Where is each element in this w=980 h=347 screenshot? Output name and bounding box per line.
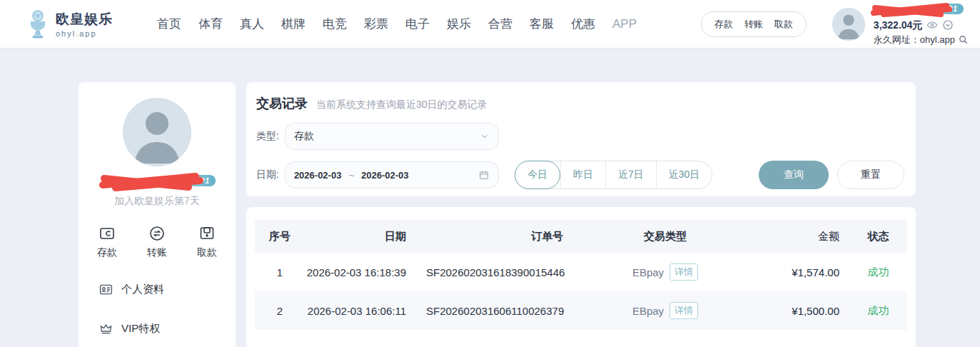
vip-badge: VIP1 — [934, 4, 964, 14]
row-index: 1 — [255, 266, 305, 278]
nav-item-cards[interactable]: 棋牌 — [281, 16, 305, 32]
menu-item-vip[interactable]: VIP特权 — [79, 320, 236, 337]
table-row: 1 2026-02-03 16:18:39 SF2026020316183900… — [255, 253, 907, 291]
date-range-input[interactable]: 2026-02-03 ~ 2026-02-03 — [285, 161, 499, 188]
table-row: 2 2026-02-03 16:06:11 SF2026020316061100… — [255, 291, 907, 330]
calendar-icon — [478, 169, 490, 181]
type-label: 类型: — [256, 130, 279, 143]
nav-item-esports[interactable]: 电竞 — [323, 16, 347, 32]
row-amount: ¥1,500.00 — [733, 305, 849, 317]
site-logo[interactable]: 欧皇娱乐 ohyl.app — [26, 9, 113, 39]
deposit-link[interactable]: 存款 — [714, 18, 733, 31]
reset-button[interactable]: 重置 — [837, 161, 904, 189]
main-nav: 首页 体育 真人 棋牌 电竞 彩票 电子 娱乐 合营 客服 优惠 APP — [157, 16, 637, 32]
trophy-logo-icon — [26, 9, 50, 39]
page-title: 交易记录 — [256, 95, 308, 112]
withdraw-icon — [198, 225, 216, 242]
transfer-link[interactable]: 转账 — [744, 18, 763, 31]
range-today-button[interactable]: 今日 — [515, 161, 560, 189]
date-to-value: 2026-02-03 — [361, 170, 409, 181]
menu-item-profile[interactable]: 个人资料 — [79, 281, 236, 298]
search-icon[interactable] — [958, 34, 969, 45]
col-header-status: 状态 — [849, 230, 907, 243]
topbar-right: 存款 转账 取款 VIP1 — [701, 4, 969, 45]
username-line: VIP1 — [79, 172, 236, 191]
quick-action-label: 转账 — [147, 246, 167, 259]
nav-item-service[interactable]: 客服 — [530, 16, 554, 32]
quick-action-label: 存款 — [97, 246, 117, 259]
eye-icon[interactable] — [926, 19, 938, 31]
row-index: 2 — [255, 305, 305, 317]
username-line: VIP1 — [874, 4, 964, 16]
id-card-icon — [98, 282, 113, 297]
col-header-date: 日期 — [305, 230, 419, 243]
logo-subtitle: ohyl.app — [56, 29, 113, 38]
range-yesterday-button[interactable]: 昨日 — [560, 161, 605, 188]
withdraw-link[interactable]: 取款 — [774, 18, 793, 31]
page-subtitle: 当前系统支持查询最近30日的交易记录 — [316, 99, 488, 111]
nav-item-lottery[interactable]: 彩票 — [364, 16, 388, 32]
row-status: 成功 — [849, 266, 907, 279]
range-7days-button[interactable]: 近7日 — [605, 161, 656, 188]
nav-item-promo[interactable]: 优惠 — [571, 16, 595, 32]
nav-item-entertainment[interactable]: 娱乐 — [447, 16, 471, 32]
nav-item-app[interactable]: APP — [612, 17, 637, 31]
type-select-value: 存款 — [294, 130, 314, 143]
col-header-order: 订单号 — [419, 230, 597, 243]
type-select[interactable]: 存款 — [285, 123, 499, 150]
user-avatar[interactable] — [832, 8, 865, 41]
col-header-type: 交易类型 — [597, 230, 733, 243]
detail-button[interactable]: 详情 — [670, 302, 698, 319]
row-type-cell: EBpay 详情 — [597, 302, 733, 319]
payment-type: EBpay — [632, 305, 664, 317]
top-navbar: 欧皇娱乐 ohyl.app 首页 体育 真人 棋牌 电竞 彩票 电子 娱乐 合营… — [0, 0, 980, 49]
row-order-no: SF202602031618390015446 — [419, 266, 597, 278]
quick-action-label: 取款 — [197, 246, 217, 259]
site-url-line: 永久网址：ohyl.app — [874, 34, 969, 45]
panel-title-row: 交易记录 当前系统支持查询最近30日的交易记录 — [256, 95, 904, 112]
row-type-cell: EBpay 详情 — [597, 263, 733, 281]
nav-item-live[interactable]: 真人 — [240, 16, 264, 32]
table-header-row: 序号 日期 订单号 交易类型 金额 状态 — [255, 220, 907, 253]
col-header-amount: 金额 — [733, 230, 849, 243]
date-quick-ranges: 今日 昨日 近7日 近30日 — [515, 161, 712, 189]
user-meta: VIP1 3,322.04元 — [874, 4, 969, 45]
payment-type: EBpay — [632, 266, 664, 278]
row-order-no: SF202602031606110026379 — [419, 305, 597, 317]
permanent-url-label: 永久网址：ohyl.app — [874, 35, 955, 44]
quick-action-deposit[interactable]: 存款 — [97, 225, 117, 259]
range-30days-button[interactable]: 近30日 — [656, 161, 712, 188]
detail-button[interactable]: 详情 — [670, 263, 698, 281]
balance-amount: 3,322.04元 — [874, 20, 923, 30]
quick-action-transfer[interactable]: 转账 — [147, 225, 167, 259]
filter-actions: 查询 重置 — [759, 161, 904, 189]
crown-icon — [98, 321, 113, 336]
transaction-table-panel: 序号 日期 订单号 交易类型 金额 状态 1 2026-02-03 16:18:… — [246, 207, 916, 347]
nav-item-partner[interactable]: 合营 — [488, 16, 512, 32]
logo-text: 欧皇娱乐 ohyl.app — [56, 10, 113, 38]
row-datetime: 2026-02-03 16:18:39 — [305, 266, 419, 278]
menu-item-label: VIP特权 — [121, 322, 160, 336]
balance-line: 3,322.04元 — [874, 19, 969, 31]
wallet-icon — [98, 225, 116, 242]
nav-item-home[interactable]: 首页 — [157, 16, 181, 32]
col-header-index: 序号 — [255, 230, 305, 243]
chevron-down-icon — [480, 131, 490, 141]
chevron-down-circle-icon[interactable] — [942, 19, 954, 31]
row-amount: ¥1,574.00 — [733, 266, 849, 278]
user-panel: VIP1 加入欧皇娱乐第7天 存款 — [79, 82, 236, 347]
row-status: 成功 — [849, 304, 907, 318]
date-label: 日期: — [256, 169, 279, 181]
menu-item-label: 个人资料 — [121, 283, 164, 296]
date-separator: ~ — [348, 170, 354, 181]
sidebar-menu: 个人资料 VIP特权 福利中心 1 — [79, 281, 236, 347]
quick-action-withdraw[interactable]: 取款 — [197, 225, 217, 259]
date-from-value: 2026-02-03 — [294, 170, 342, 181]
transfer-icon — [148, 225, 166, 242]
nav-item-sports[interactable]: 体育 — [198, 16, 223, 32]
join-days-text: 加入欧皇娱乐第7天 — [79, 195, 236, 208]
search-button[interactable]: 查询 — [759, 161, 829, 189]
wallet-actions-pill: 存款 转账 取款 — [701, 11, 807, 37]
nav-item-slots[interactable]: 电子 — [405, 16, 430, 32]
quick-actions: 存款 转账 取款 — [79, 225, 236, 259]
